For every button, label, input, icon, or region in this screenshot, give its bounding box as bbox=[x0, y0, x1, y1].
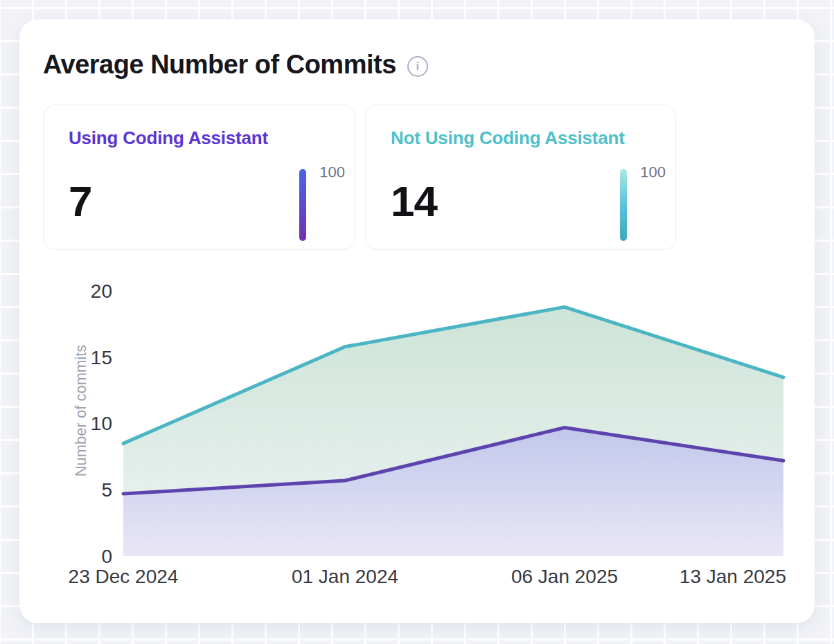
y-tick-label: 5 bbox=[101, 479, 112, 501]
page-background: { "card": { "title": "Average Number of … bbox=[0, 0, 834, 644]
y-tick-label: 10 bbox=[91, 413, 112, 434]
y-axis-title: Number of commits bbox=[72, 345, 89, 477]
y-tick-label: 0 bbox=[101, 546, 112, 567]
x-axis-label: 23 Dec 2024 bbox=[69, 566, 179, 587]
y-tick-label: 15 bbox=[91, 347, 112, 368]
x-axis-label: 01 Jan 2024 bbox=[292, 566, 398, 587]
y-tick-label: 20 bbox=[91, 280, 112, 302]
x-axis-label: 06 Jan 2025 bbox=[511, 566, 618, 587]
commits-summary-card: Average Number of Commits i Using Coding… bbox=[19, 19, 815, 623]
commits-area-chart[interactable]: 05101520Number of commits23 Dec 202401 J… bbox=[19, 19, 815, 623]
x-axis-label: 13 Jan 2025 bbox=[680, 566, 786, 587]
chart-svg: 05101520Number of commits23 Dec 202401 J… bbox=[19, 19, 815, 623]
